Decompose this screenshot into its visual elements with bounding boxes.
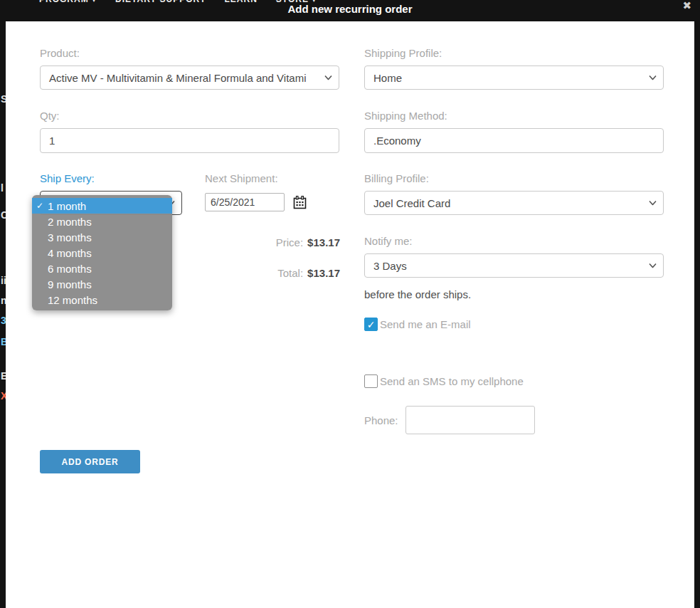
email-checkbox[interactable]: ✓: [364, 318, 378, 331]
chevron-down-icon: [649, 75, 657, 80]
left-edge-fragments: SlCiin3BEX: [0, 0, 6, 608]
ship-every-option-label: 9 months: [48, 278, 92, 290]
sms-checkbox-row: Send an SMS to my cellphone: [364, 374, 524, 388]
shipping-method-input[interactable]: [364, 128, 664, 153]
ship-every-option[interactable]: 9 months: [32, 276, 172, 292]
calendar-icon[interactable]: [293, 196, 307, 209]
notify-me-label: Notify me:: [364, 235, 664, 247]
total-row: Total: $13.17: [205, 267, 340, 279]
background-text-fragment: C: [1, 209, 6, 221]
ship-every-label: Ship Every:: [40, 172, 182, 184]
background-text-fragment: ii: [1, 275, 6, 286]
billing-profile-select-value: Joel Credit Card: [373, 197, 450, 209]
qty-input[interactable]: [40, 128, 339, 153]
check-icon: ✓: [32, 201, 48, 211]
product-label: Product:: [40, 47, 339, 59]
sms-checkbox[interactable]: [364, 374, 378, 388]
next-shipment-date-input[interactable]: [205, 193, 285, 211]
product-field: Product: Active MV - Multivitamin & Mine…: [40, 47, 339, 90]
background-text-fragment: n: [1, 295, 6, 306]
price-row: Price: $13.17: [205, 236, 340, 248]
billing-profile-field: Billing Profile: Joel Credit Card: [364, 172, 664, 215]
total-label: Total:: [277, 267, 303, 279]
background-text-fragment: E: [1, 370, 6, 382]
background-text-fragment: l: [1, 182, 4, 194]
ship-every-option-label: 6 months: [48, 263, 92, 275]
ship-every-option[interactable]: 3 months: [32, 229, 172, 245]
shipping-profile-select-value: Home: [373, 72, 402, 84]
price-label: Price:: [276, 236, 303, 248]
chevron-down-icon: [324, 75, 332, 80]
ship-every-option-label: 1 month: [48, 200, 86, 212]
notify-me-select-value: 3 Days: [373, 260, 407, 272]
product-select-value: Active MV - Multivitamin & Mineral Formu…: [49, 72, 307, 84]
billing-profile-select[interactable]: Joel Credit Card: [364, 191, 664, 215]
product-select[interactable]: Active MV - Multivitamin & Mineral Formu…: [40, 65, 339, 90]
ship-every-menu: ✓1 month2 months3 months4 months6 months…: [32, 195, 172, 310]
ship-every-option[interactable]: 12 months: [32, 292, 172, 308]
ship-every-option[interactable]: ✓1 month: [32, 198, 172, 214]
ship-every-option-label: 12 months: [48, 294, 97, 306]
add-recurring-order-modal: Product: Active MV - Multivitamin & Mine…: [6, 21, 694, 608]
notify-me-field: Notify me: 3 Days: [364, 235, 664, 278]
qty-field: Qty:: [40, 110, 339, 153]
shipping-profile-label: Shipping Profile:: [364, 47, 664, 59]
next-shipment-field: Next Shipment:: [205, 172, 340, 211]
shipping-method-field: Shipping Method:: [364, 110, 664, 153]
ship-every-option[interactable]: 2 months: [32, 214, 172, 229]
ship-every-option[interactable]: 6 months: [32, 261, 172, 276]
ship-every-option[interactable]: 4 months: [32, 245, 172, 261]
ship-every-option-label: 2 months: [48, 216, 92, 228]
chevron-down-icon: [649, 263, 657, 268]
next-shipment-label: Next Shipment:: [205, 172, 340, 184]
notify-me-select[interactable]: 3 Days: [364, 253, 664, 278]
ship-every-option-label: 3 months: [48, 231, 92, 243]
add-order-button[interactable]: ADD ORDER: [40, 450, 140, 473]
phone-label: Phone:: [364, 414, 398, 426]
background-text-fragment: 3: [1, 315, 6, 326]
phone-field: Phone:: [364, 406, 535, 434]
qty-label: Qty:: [40, 110, 339, 122]
email-checkbox-label: Send me an E-mail: [380, 318, 471, 330]
shipping-profile-select[interactable]: Home: [364, 65, 664, 90]
sms-checkbox-label: Send an SMS to my cellphone: [380, 375, 524, 387]
shipping-profile-field: Shipping Profile: Home: [364, 47, 664, 90]
shipping-method-label: Shipping Method:: [364, 110, 664, 122]
price-value: $13.17: [307, 236, 340, 248]
phone-input[interactable]: [405, 406, 535, 434]
close-icon[interactable]: ✖: [682, 0, 691, 12]
chevron-down-icon: [649, 201, 657, 206]
ship-every-option-label: 4 months: [48, 247, 92, 259]
before-ships-text: before the order ships.: [364, 288, 471, 300]
total-value: $13.17: [307, 267, 340, 279]
email-checkbox-row: ✓ Send me an E-mail: [364, 318, 471, 331]
billing-profile-label: Billing Profile:: [364, 172, 664, 184]
modal-title: Add new recurring order: [0, 3, 700, 15]
background-text-fragment: S: [1, 93, 6, 105]
background-text-fragment: X: [1, 390, 6, 402]
background-text-fragment: B: [1, 336, 6, 347]
